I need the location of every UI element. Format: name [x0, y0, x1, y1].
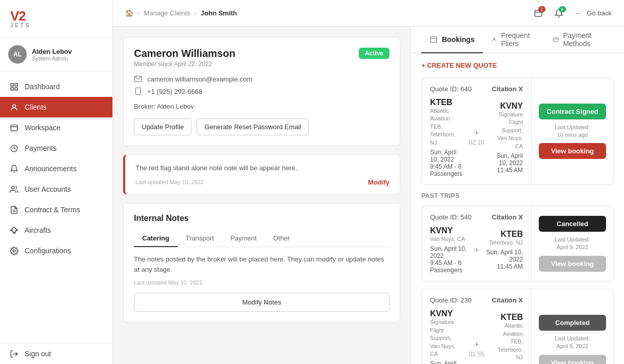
badge-2: 6: [559, 6, 566, 12]
departure-date: Sun, April 10, 2022: [430, 149, 462, 163]
sidebar-item-sign-out[interactable]: Sign out: [0, 343, 112, 364]
update-profile-button[interactable]: Update Profile: [134, 118, 191, 135]
view-booking-button[interactable]: View booking: [539, 143, 606, 159]
notes-content: The notes posted by the broker will be p…: [134, 254, 389, 276]
svg-point-8: [11, 186, 14, 189]
left-panel: Cameron Williamson Member since April 22…: [113, 27, 411, 364]
tab-payment-methods[interactable]: Payment Methods: [544, 27, 614, 53]
departure-code: KTEB: [430, 98, 462, 107]
profile-card: Cameron Williamson Member since April 22…: [123, 37, 400, 146]
sidebar-item-payments-label: Payments: [25, 144, 56, 152]
user-role: System Admin: [32, 55, 72, 62]
phone-row: +1 (925) 292-6668: [134, 87, 389, 95]
breadcrumb: 🏠 › Manage Clients › John Smith: [125, 9, 237, 17]
sidebar-item-workspace[interactable]: Workspace: [0, 117, 112, 138]
user-name: Alden Lebov: [32, 48, 72, 55]
arrival-detail: Signature Flight Support,Van Nuys, CA: [491, 111, 523, 150]
tab-other[interactable]: Other: [265, 230, 298, 247]
svg-rect-1: [14, 84, 17, 86]
departure-detail: Van Nuys, CA: [430, 235, 467, 243]
arrival-code: KVNY: [491, 102, 523, 111]
sidebar: V2 JETS AL Alden Lebov System Admin Dash…: [0, 0, 113, 364]
flight-middle: ✈ 02:10: [469, 129, 484, 146]
profile-since: Member since April 22, 2022: [134, 60, 236, 68]
departure-code: KVNY: [430, 309, 462, 318]
main: 🏠 › Manage Clients › John Smith 2 6 ← Go…: [113, 0, 624, 364]
alert-card: The red flag stand alone note note will …: [123, 154, 400, 195]
broker-name: Alden Lebov: [157, 103, 194, 110]
flight-row: KVNY Van Nuys, CA Sun, April 10, 2022 9:…: [430, 226, 523, 274]
svg-rect-5: [11, 125, 17, 130]
tab-payment-methods-label: Payment Methods: [563, 31, 606, 48]
tab-transport[interactable]: Transport: [178, 230, 222, 247]
booking-meta: Quote ID: 640 Citation X: [430, 85, 523, 93]
quote-id: Quote ID: 540: [430, 213, 472, 221]
svg-rect-2: [14, 87, 17, 90]
go-back-label: Go back: [587, 9, 612, 17]
breadcrumb-manage-clients[interactable]: Manage Clients: [144, 9, 190, 17]
sidebar-item-user-accounts[interactable]: User Accounts: [0, 179, 112, 199]
notes-date: Last updated May 10, 2022: [134, 279, 389, 286]
flight-middle: ✈ 01:55: [469, 340, 484, 358]
svg-rect-0: [11, 84, 13, 86]
user-section: AL Alden Lebov System Admin: [0, 38, 112, 71]
svg-point-4: [12, 104, 15, 107]
content: Cameron Williamson Member since April 22…: [113, 27, 624, 364]
booking-action: Cancelled Last Updated:April 9, 2022 Vie…: [531, 206, 613, 281]
tab-payment[interactable]: Payment: [222, 230, 265, 247]
alert-date: Last updated May 10, 2022: [135, 179, 204, 185]
notification-icon-2[interactable]: 6: [551, 5, 567, 22]
avatar: AL: [8, 45, 27, 64]
booking-card-past-0: Quote ID: 540 Citation X KVNY Van Nuys, …: [421, 206, 614, 281]
notes-tabs: Catering Transport Payment Other: [134, 230, 389, 247]
sidebar-item-payments[interactable]: Payments: [0, 138, 112, 158]
user-info: Alden Lebov System Admin: [32, 48, 72, 62]
svg-point-20: [493, 37, 495, 39]
flight-row: KTEB Atlantic Aviation TEB,Teterboro, NJ…: [430, 98, 523, 177]
badge-1: 2: [538, 6, 545, 12]
sidebar-item-announcements[interactable]: Announcements: [0, 158, 112, 179]
quote-id: Quote ID: 640: [430, 85, 472, 93]
generate-reset-password-button[interactable]: Generate Reset Password Email: [197, 118, 309, 135]
departure-time-pax: 9:45 AM - 6 Passengers: [430, 259, 467, 274]
payments-icon: [9, 144, 18, 153]
arrival-block: KTEB Teterboro, NJ Sun, April 10, 2022 1…: [486, 230, 523, 270]
phone-icon: [134, 87, 142, 95]
aircraft-type: Citation X: [492, 213, 523, 221]
departure-code: KVNY: [430, 226, 467, 235]
sidebar-item-clients[interactable]: Clients: [0, 97, 112, 117]
profile-actions: Update Profile Generate Reset Password E…: [134, 118, 389, 135]
arrival-time: 11:45 AM: [491, 167, 523, 174]
svg-rect-21: [553, 38, 558, 42]
sign-out-icon: [9, 349, 18, 358]
create-new-quote-button[interactable]: + CREATE NEW QUOTE: [421, 62, 614, 69]
workspace-icon: [9, 123, 18, 132]
departure-block: KVNY Van Nuys, CA Sun, April 10, 2022 9:…: [430, 226, 467, 274]
booking-meta: Quote ID: 230 Citation X: [430, 296, 523, 304]
sidebar-item-workspace-label: Workspace: [25, 124, 61, 132]
home-icon[interactable]: 🏠: [125, 9, 133, 17]
profile-info: cameron.williamson@example.com +1 (925) …: [134, 75, 389, 110]
tab-frequent-fliers[interactable]: Frequent Fliers: [483, 27, 545, 53]
go-back-arrow: ←: [575, 9, 582, 17]
notification-icon-1[interactable]: 2: [530, 5, 547, 22]
announcements-icon: [9, 164, 18, 173]
aircraft-type: Citation X: [492, 85, 523, 93]
sidebar-item-contract-terms[interactable]: Contract & Terms: [0, 199, 112, 220]
sidebar-item-clients-label: Clients: [25, 103, 47, 111]
modify-notes-button[interactable]: Modify Notes: [134, 293, 389, 312]
sidebar-item-aircrafts[interactable]: Aircrafts: [0, 220, 112, 240]
plane-icon: ✈: [474, 129, 480, 137]
sidebar-item-dashboard[interactable]: Dashboard: [0, 76, 112, 97]
aircrafts-icon: [9, 226, 18, 235]
alert-modify-link[interactable]: Modify: [368, 178, 389, 186]
sidebar-item-user-accounts-label: User Accounts: [25, 185, 71, 193]
view-booking-button[interactable]: View booking: [539, 256, 606, 272]
sidebar-item-announcements-label: Announcements: [25, 165, 76, 173]
departure-detail: Signature Flight Support,Van Nuys, CA: [430, 318, 462, 358]
tab-bookings[interactable]: Bookings: [421, 27, 483, 53]
view-booking-button[interactable]: View booking: [539, 355, 606, 364]
sidebar-item-configurations[interactable]: Configurations: [0, 240, 112, 261]
tab-catering[interactable]: Catering: [134, 230, 178, 247]
go-back-button[interactable]: ← Go back: [575, 9, 612, 17]
